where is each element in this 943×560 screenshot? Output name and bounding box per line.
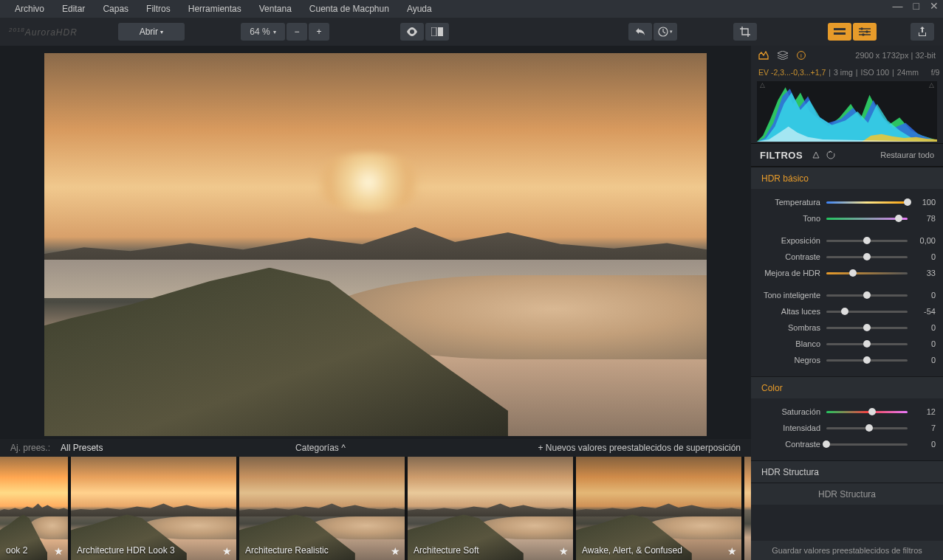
- reset-icon[interactable]: [826, 151, 835, 159]
- slider-negros[interactable]: Negros0: [758, 353, 936, 367]
- star-icon[interactable]: ★: [559, 545, 569, 557]
- image-dimensions: 2900 x 1732px | 32-bit: [855, 51, 936, 60]
- layers-tab-icon[interactable]: [778, 51, 788, 60]
- zoom-out-button[interactable]: −: [287, 23, 307, 41]
- slider-contraste-color[interactable]: Contraste0: [758, 437, 936, 452]
- menu-archivo[interactable]: Archivo: [6, 0, 53, 18]
- image-preview[interactable]: [44, 53, 707, 436]
- menu-ayuda[interactable]: Ayuda: [398, 0, 441, 18]
- section-color[interactable]: Color: [751, 376, 943, 398]
- preset-item[interactable]: [744, 457, 751, 560]
- star-icon[interactable]: ★: [391, 545, 400, 557]
- svg-rect-1: [438, 27, 443, 36]
- section-hdr-structura[interactable]: HDR Structura: [751, 460, 943, 483]
- window-maximize-icon[interactable]: □: [913, 0, 919, 12]
- zoom-in-button[interactable]: +: [309, 23, 329, 41]
- menu-filtros[interactable]: Filtros: [137, 0, 179, 18]
- restore-all-button[interactable]: Restaurar todo: [880, 151, 934, 159]
- section-hdr-basico[interactable]: HDR básico: [751, 167, 943, 189]
- zoom-group: 64 %▾ − +: [241, 23, 329, 41]
- svg-point-5: [860, 27, 863, 30]
- slider-contraste[interactable]: Contraste0: [758, 249, 936, 264]
- preset-item[interactable]: Awake, Alert, & Confused★: [576, 457, 741, 560]
- presets-categories-dropdown[interactable]: Categorías ^: [295, 443, 346, 453]
- menu-cuenta[interactable]: Cuenta de Macphun: [301, 0, 398, 18]
- slider-temperatura[interactable]: Temperatura100: [758, 195, 936, 210]
- menu-bar: Archivo Editar Capas Filtros Herramienta…: [0, 0, 943, 18]
- menu-herramientas[interactable]: Herramientas: [179, 0, 250, 18]
- toolbar: 2018AuroraHDR Abrir ▾ 64 %▾ − + ▾: [0, 18, 943, 46]
- histogram[interactable]: △△: [757, 81, 937, 142]
- filters-panel-button[interactable]: [853, 23, 877, 41]
- presets-label: Aj. prees.:: [10, 443, 50, 453]
- compare-split-button[interactable]: [425, 23, 449, 41]
- shot-metadata: EV -2,3...-0,3...+1,7 | 3 img | ISO 100 …: [751, 65, 943, 80]
- svg-rect-4: [834, 32, 846, 35]
- slider-mejora-hdr[interactable]: Mejora de HDR33: [758, 266, 936, 280]
- open-button[interactable]: Abrir ▾: [118, 23, 185, 41]
- preset-item[interactable]: Architecture HDR Look 3★: [71, 457, 236, 560]
- star-icon[interactable]: ★: [727, 545, 737, 557]
- save-presets-button[interactable]: Guardar valores preestablecidos de filtr…: [751, 541, 943, 560]
- presets-bar: Aj. prees.: All Presets Categorías ^ + N…: [0, 439, 751, 457]
- preview-eye-button[interactable]: [400, 23, 424, 41]
- side-panel: i 2900 x 1732px | 32-bit EV -2,3...-0,3.…: [751, 46, 943, 560]
- svg-rect-3: [834, 28, 846, 30]
- preset-item[interactable]: Architecture Soft★: [408, 457, 573, 560]
- history-button[interactable]: ▾: [654, 23, 677, 41]
- star-icon[interactable]: ★: [54, 545, 64, 557]
- window-minimize-icon[interactable]: —: [893, 0, 903, 12]
- menu-editar[interactable]: Editar: [53, 0, 94, 18]
- window-close-icon[interactable]: ✕: [930, 0, 939, 12]
- slider-altas-luces[interactable]: Altas luces-54: [758, 304, 936, 319]
- transform-icon[interactable]: [812, 151, 820, 159]
- star-icon[interactable]: ★: [222, 545, 232, 557]
- svg-point-7: [862, 33, 865, 36]
- presets-all-dropdown[interactable]: All Presets: [61, 443, 103, 453]
- crop-button[interactable]: [733, 23, 757, 41]
- svg-point-6: [865, 30, 868, 33]
- menu-capas[interactable]: Capas: [94, 0, 137, 18]
- section-hdr-structura-sub[interactable]: HDR Structura: [751, 483, 943, 505]
- svg-text:i: i: [800, 52, 802, 59]
- share-button[interactable]: [911, 23, 934, 41]
- slider-saturacion[interactable]: Saturación12: [758, 404, 936, 419]
- slider-sombras[interactable]: Sombras0: [758, 320, 936, 335]
- menu-ventana[interactable]: Ventana: [250, 0, 301, 18]
- slider-blanco[interactable]: Blanco0: [758, 336, 936, 351]
- presets-strip[interactable]: ook 2★ Architecture HDR Look 3★ Architec…: [0, 457, 751, 560]
- preset-item[interactable]: ook 2★: [0, 457, 68, 560]
- filters-title: FILTROS: [760, 150, 803, 161]
- histogram-tab-icon[interactable]: [758, 51, 769, 60]
- zoom-dropdown[interactable]: 64 %▾: [241, 23, 285, 41]
- svg-rect-0: [431, 27, 436, 36]
- slider-tono[interactable]: Tono78: [758, 211, 936, 226]
- slider-tono-inteligente[interactable]: Tono inteligente0: [758, 288, 936, 303]
- slider-intensidad[interactable]: Intensidad7: [758, 421, 936, 435]
- app-logo: 2018AuroraHDR: [9, 27, 112, 38]
- undo-button[interactable]: [628, 23, 652, 41]
- preset-item[interactable]: Architecture Realistic★: [239, 457, 405, 560]
- slider-exposicion[interactable]: Exposición0,00: [758, 233, 936, 248]
- presets-new-overlay-button[interactable]: + Nuevos valores preestablecidos de supe…: [538, 443, 741, 453]
- info-tab-icon[interactable]: i: [797, 51, 806, 60]
- presets-panel-button[interactable]: [828, 23, 851, 41]
